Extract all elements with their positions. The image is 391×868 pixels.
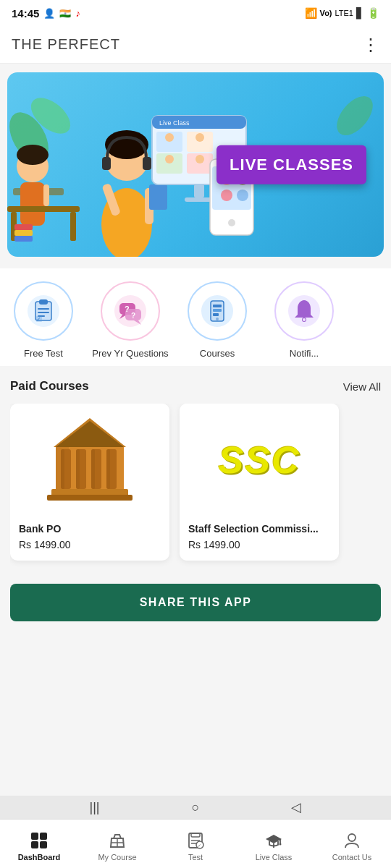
nav-live-class-label: Live Class: [256, 853, 293, 861]
ssc-name: Staff Selection Commissi...: [188, 523, 330, 535]
svg-point-97: [279, 843, 282, 845]
svg-rect-76: [61, 449, 64, 489]
paid-courses-header: Paid Courses View All: [10, 379, 381, 393]
svg-text:✓: ✓: [36, 316, 41, 323]
svg-point-32: [196, 155, 204, 163]
courses-row: Bank PO Rs 1499.00 SSC Staff Selection C…: [10, 404, 381, 568]
system-bar: ||| ○ ◁: [0, 796, 391, 819]
share-app-button[interactable]: SHARE THIS APP: [10, 584, 381, 621]
svg-rect-7: [43, 184, 49, 206]
courses-label: Courses: [200, 348, 235, 359]
contact-us-icon: [342, 831, 361, 850]
svg-rect-13: [14, 236, 33, 242]
svg-rect-18: [143, 157, 151, 170]
svg-point-2: [330, 90, 380, 142]
svg-point-5: [17, 145, 49, 165]
svg-rect-33: [194, 184, 204, 197]
notifi-icon: [287, 294, 321, 328]
nav-contact-label: Contact Us: [332, 853, 371, 861]
paid-courses-title: Paid Courses: [10, 379, 89, 393]
test-icon: ✓: [186, 831, 205, 850]
svg-point-39: [221, 190, 232, 201]
live-classes-banner[interactable]: Live Class LIVE CLASSES: [7, 72, 384, 257]
my-course-icon: [108, 831, 127, 850]
svg-rect-81: [47, 495, 133, 501]
svg-point-30: [196, 133, 204, 142]
svg-rect-63: [213, 313, 219, 316]
nav-test[interactable]: ✓ Test: [156, 820, 235, 868]
svg-text:✓: ✓: [198, 843, 201, 848]
svg-marker-94: [266, 835, 282, 843]
signal-icon: ▋: [356, 7, 364, 19]
svg-rect-45: [39, 299, 48, 305]
live-class-icon: [264, 831, 283, 850]
svg-rect-79: [106, 449, 110, 489]
notifi-label: Notifi...: [290, 348, 319, 359]
svg-rect-61: [213, 305, 222, 307]
svg-point-40: [237, 190, 248, 201]
live-classes-badge: LIVE CLASSES: [216, 145, 366, 184]
courses-icon-wrap: [188, 281, 247, 341]
home-button[interactable]: ○: [192, 800, 200, 815]
app-title: THE PERFECT: [12, 36, 120, 53]
bank-po-info: Bank PO Rs 1499.00: [10, 516, 169, 561]
svg-point-98: [348, 834, 356, 841]
category-prev-yr[interactable]: ? ? Prev Yr Questions: [87, 281, 174, 359]
recent-apps-button[interactable]: |||: [90, 800, 100, 815]
course-card-ssc[interactable]: SSC Staff Selection Commissi... Rs 1499.…: [180, 404, 339, 561]
nav-test-label: Test: [188, 853, 203, 861]
courses-icon: [201, 294, 234, 328]
svg-point-41: [228, 219, 235, 226]
bank-building-icon: [43, 409, 137, 511]
svg-point-64: [216, 318, 219, 320]
nav-dashboard[interactable]: DashBoard: [0, 820, 78, 868]
nav-my-course[interactable]: My Course: [78, 820, 156, 868]
bank-po-price: Rs 1499.00: [19, 539, 161, 550]
free-test-label: Free Test: [24, 348, 63, 359]
svg-rect-77: [76, 449, 80, 489]
svg-rect-6: [20, 182, 45, 226]
svg-marker-69: [56, 421, 124, 447]
menu-button[interactable]: ⋮: [362, 36, 379, 54]
svg-rect-34: [185, 197, 214, 202]
svg-rect-10: [70, 212, 76, 241]
battery-icon: 🔋: [367, 7, 379, 19]
status-bar: 14:45 👤 🇮🇳 ♪ 📶 Vo) LTE1 ▋ 🔋: [0, 0, 391, 26]
nav-contact-us[interactable]: Contact Us: [313, 820, 391, 868]
category-notifi[interactable]: Notifi...: [261, 281, 348, 359]
svg-point-26: [165, 133, 174, 142]
svg-point-28: [165, 155, 174, 163]
course-card-bank-po[interactable]: Bank PO Rs 1499.00: [10, 404, 169, 561]
header: THE PERFECT ⋮: [0, 26, 391, 64]
category-free-test[interactable]: ✓ Free Test: [0, 281, 87, 359]
nav-my-course-label: My Course: [98, 853, 136, 861]
prev-yr-icon: ? ?: [114, 294, 147, 328]
svg-rect-62: [213, 309, 222, 312]
share-section: SHARE THIS APP: [0, 568, 391, 633]
svg-point-67: [303, 318, 306, 321]
status-icons: 📶 Vo) LTE1 ▋ 🔋: [305, 7, 379, 19]
bank-po-image: [10, 404, 169, 516]
svg-text:?: ?: [125, 305, 130, 313]
svg-rect-46: [38, 308, 49, 310]
svg-rect-84: [31, 841, 38, 848]
bank-po-name: Bank PO: [19, 523, 161, 535]
ssc-text-logo: SSC: [219, 438, 300, 482]
nav-live-class[interactable]: Live Class: [235, 820, 313, 868]
back-button[interactable]: ◁: [291, 799, 301, 815]
dashboard-icon: [30, 831, 49, 850]
view-all-button[interactable]: View All: [343, 380, 381, 393]
free-test-icon: ✓: [27, 294, 60, 328]
category-courses[interactable]: Courses: [174, 281, 261, 359]
ssc-info: Staff Selection Commissi... Rs 1499.00: [180, 516, 339, 561]
bottom-navigation: DashBoard My Course ✓ Test: [0, 819, 391, 868]
svg-rect-85: [40, 841, 47, 848]
wifi-icon: 📶: [305, 7, 317, 19]
network-label: Vo): [320, 9, 332, 17]
notifi-icon-wrap: [274, 281, 334, 341]
svg-rect-8: [7, 206, 80, 212]
svg-text:Live Class: Live Class: [159, 119, 190, 127]
paid-courses-section: Paid Courses View All: [0, 366, 391, 568]
svg-rect-82: [31, 833, 38, 840]
ssc-image: SSC: [180, 404, 339, 516]
